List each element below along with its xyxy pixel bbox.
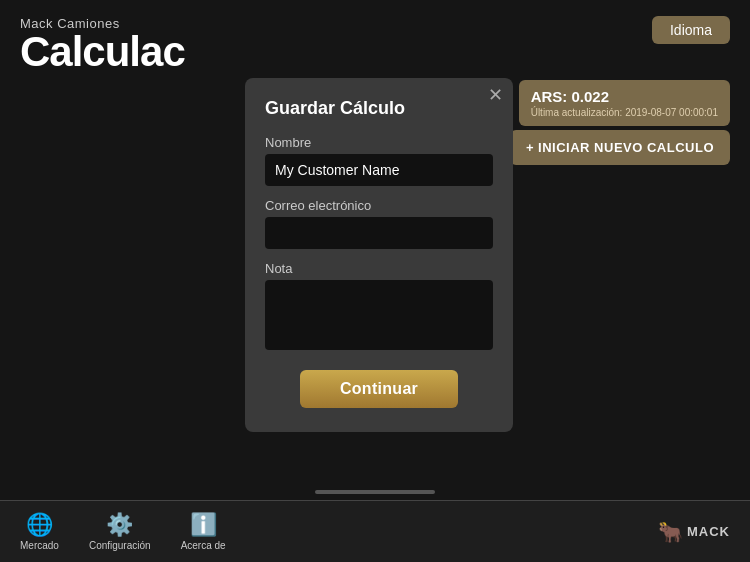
- mercado-label: Mercado: [20, 540, 59, 551]
- nombre-input[interactable]: [265, 154, 493, 186]
- scroll-indicator: [315, 490, 435, 494]
- mack-logo-text: MACK: [687, 524, 730, 539]
- configuracion-icon: ⚙️: [106, 512, 133, 538]
- footer-item-acerca-de[interactable]: ℹ️ Acerca de: [181, 512, 226, 551]
- ars-rate: ARS: 0.022: [531, 88, 718, 105]
- acerca-de-label: Acerca de: [181, 540, 226, 551]
- modal-title: Guardar Cálculo: [265, 98, 493, 119]
- footer-item-configuracion[interactable]: ⚙️ Configuración: [89, 512, 151, 551]
- mack-bulldog-icon: 🐂: [658, 520, 683, 544]
- nota-label: Nota: [265, 261, 493, 276]
- correo-input[interactable]: [265, 217, 493, 249]
- footer: 🌐 Mercado ⚙️ Configuración ℹ️ Acerca de …: [0, 500, 750, 562]
- last-update: Última actualización: 2019-08-07 00:00:0…: [531, 107, 718, 118]
- continuar-button[interactable]: Continuar: [300, 370, 458, 408]
- nombre-label: Nombre: [265, 135, 493, 150]
- idioma-button[interactable]: Idioma: [652, 16, 730, 44]
- guardar-calculo-modal: ✕ Guardar Cálculo Nombre Correo electrón…: [245, 78, 513, 432]
- app-title: Calculac: [20, 31, 730, 73]
- new-calc-button[interactable]: + INICIAR NUEVO CALCULO: [510, 130, 730, 165]
- mercado-icon: 🌐: [26, 512, 53, 538]
- footer-item-mercado[interactable]: 🌐 Mercado: [20, 512, 59, 551]
- nota-textarea[interactable]: [265, 280, 493, 350]
- mack-logo: 🐂 MACK: [658, 520, 730, 544]
- correo-label: Correo electrónico: [265, 198, 493, 213]
- acerca-de-icon: ℹ️: [190, 512, 217, 538]
- modal-close-button[interactable]: ✕: [488, 86, 503, 104]
- rate-panel: ARS: 0.022 Última actualización: 2019-08…: [519, 80, 730, 126]
- configuracion-label: Configuración: [89, 540, 151, 551]
- footer-nav: 🌐 Mercado ⚙️ Configuración ℹ️ Acerca de: [20, 512, 226, 551]
- header: Mack Camiones Calculac Idioma: [0, 0, 750, 83]
